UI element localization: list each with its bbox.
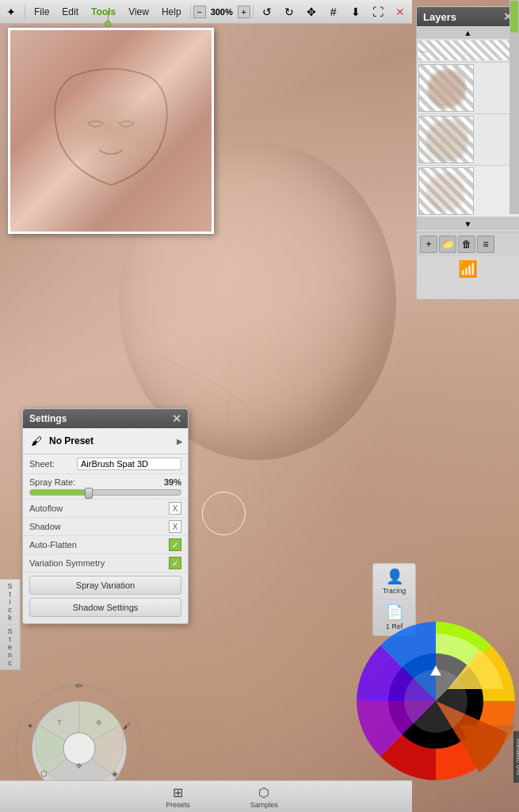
undo-icon[interactable]: ↺ <box>258 2 277 21</box>
color-wheel[interactable] <box>357 622 515 780</box>
color-wheel-svg <box>357 622 515 780</box>
spray-rate-value: 39% <box>164 477 181 487</box>
variation-symmetry-row: Variation Symmetry ✓ <box>23 554 188 573</box>
brush-wheel-svg: ✏ 🖌 ◈ ⬡ ✦ T ⊕ ✥ <box>0 638 158 780</box>
svg-text:◈: ◈ <box>112 769 118 778</box>
auto-flatten-row: Auto-Flatten ✓ <box>23 536 188 554</box>
layer-add-button[interactable]: + <box>420 236 437 253</box>
layers-footer: + 📁 🗑 ≡ <box>417 232 519 256</box>
menu-divider-2 <box>190 5 191 19</box>
layers-scroll-down-button[interactable]: ▼ <box>417 217 519 230</box>
app-icon: ✦ <box>2 2 21 21</box>
wifi-icon: 📶 <box>458 259 478 278</box>
preset-row[interactable]: 🖌 No Preset ▶ <box>23 428 188 454</box>
layers-scrollbar <box>509 0 519 214</box>
zoom-control: − 300% + <box>193 6 250 18</box>
svg-text:✦: ✦ <box>27 722 33 730</box>
autoflow-label: Autoflow <box>29 504 63 513</box>
layer-thumb-2 <box>418 116 474 163</box>
brush-preset-icon: 🖌 <box>28 432 45 450</box>
brush-tool-wheel[interactable]: ✏ 🖌 ◈ ⬡ ✦ T ⊕ ✥ <box>0 638 158 780</box>
layer-item-2[interactable] <box>417 114 519 166</box>
layer-face-2 <box>426 119 469 163</box>
svg-text:✏: ✏ <box>75 680 83 691</box>
svg-point-12 <box>404 669 467 733</box>
layers-wifi-area: 📶 <box>417 256 519 282</box>
menu-help[interactable]: Help <box>155 5 188 19</box>
spray-slider-thumb[interactable] <box>85 488 93 499</box>
autoflow-row: Autoflow X <box>23 500 188 518</box>
settings-title: Settings <box>29 413 67 424</box>
preset-label: No Preset <box>49 435 173 446</box>
shadow-checkbox[interactable]: X <box>169 520 181 533</box>
layer-menu-button[interactable]: ≡ <box>477 236 494 253</box>
svg-text:⊕: ⊕ <box>96 718 102 726</box>
samples-label: Samples <box>250 801 278 809</box>
pan-icon[interactable]: ✥ <box>302 2 321 21</box>
presets-button[interactable]: ⊞ Presets <box>159 783 197 810</box>
spray-rate-slider[interactable] <box>29 489 181 496</box>
layer-face-1 <box>427 69 467 109</box>
menubar: ✦ File Edit Tools View Help − 300% + ↺ ↻… <box>0 0 412 24</box>
menu-file[interactable]: File <box>28 5 55 19</box>
menu-view[interactable]: View <box>122 5 155 19</box>
menu-divider-3 <box>253 5 254 19</box>
shadow-settings-button[interactable]: Shadow Settings <box>29 598 181 617</box>
layer-item-top[interactable]: ... <box>417 39 519 63</box>
tool-cursor-pin <box>105 11 111 27</box>
menu-tools[interactable]: Tools <box>85 5 122 19</box>
menu-divider-1 <box>25 5 25 19</box>
layers-scroll-up-button[interactable]: ▲ <box>417 26 519 39</box>
shadow-row: Shadow X <box>23 518 188 536</box>
auto-flatten-checkbox[interactable]: ✓ <box>169 538 181 551</box>
settings-panel-header: Settings ✕ <box>23 409 188 428</box>
settings-close-button[interactable]: ✕ <box>172 412 181 425</box>
layer-face-3 <box>426 172 465 212</box>
presets-label: Presets <box>166 801 190 809</box>
stencil-tool-button[interactable]: Stenc <box>0 625 20 669</box>
sheet-label: Sheet: <box>29 459 77 469</box>
shadow-label: Shadow <box>29 522 61 531</box>
bottom-toolbar: ⊞ Presets ⬡ Samples <box>0 780 412 812</box>
ref-icon: 📄 <box>386 603 403 621</box>
autoflow-checkbox[interactable]: X <box>169 502 181 515</box>
tracing-label: Tracing <box>383 587 406 595</box>
svg-text:✥: ✥ <box>76 762 82 770</box>
sheet-value[interactable]: AirBrush Spat 3D <box>77 458 181 470</box>
settings-panel: Settings ✕ 🖌 No Preset ▶ Sheet: AirBrush… <box>22 408 189 624</box>
close-icon[interactable]: ✕ <box>391 2 410 21</box>
svg-text:⬡: ⬡ <box>40 769 48 778</box>
layer-thumb-1 <box>418 64 474 112</box>
redo-icon[interactable]: ↻ <box>280 2 299 21</box>
samples-icon: ⬡ <box>258 785 269 800</box>
scrollbar-thumb <box>510 1 518 33</box>
samples-button[interactable]: ⬡ Samples <box>244 783 284 810</box>
tracing-button[interactable]: 👤 Tracing <box>373 564 415 599</box>
brush-cursor <box>202 492 246 535</box>
grid-icon[interactable]: # <box>324 2 343 21</box>
layer-delete-button[interactable]: 🗑 <box>458 236 475 253</box>
metallic-badge: Metallic 0% <box>513 731 519 783</box>
menu-edit[interactable]: Edit <box>55 5 85 19</box>
spray-rate-row: Spray Rate: 39% <box>23 474 188 500</box>
spray-variation-button[interactable]: Spray Variation <box>29 576 181 595</box>
thumbnail-preview <box>8 28 214 234</box>
layer-folder-button[interactable]: 📁 <box>439 236 456 253</box>
export-icon[interactable]: ⬇ <box>346 2 365 21</box>
fullscreen-icon[interactable]: ⛶ <box>368 2 387 21</box>
layers-title: Layers <box>423 11 456 23</box>
svg-point-2 <box>63 733 95 764</box>
sheet-row: Sheet: AirBrush Spat 3D <box>23 454 188 474</box>
layer-item-3[interactable] <box>417 166 519 217</box>
svg-text:🖌: 🖌 <box>123 722 131 730</box>
auto-flatten-label: Auto-Flatten <box>29 540 77 550</box>
stick-tool-button[interactable]: Stick <box>0 580 20 625</box>
zoom-increase-button[interactable]: + <box>238 6 250 18</box>
spray-rate-label-row: Spray Rate: 39% <box>29 477 181 487</box>
thumbnail-image <box>10 30 212 232</box>
variation-symmetry-checkbox[interactable]: ✓ <box>169 557 181 569</box>
variation-symmetry-label: Variation Symmetry <box>29 558 105 568</box>
zoom-decrease-button[interactable]: − <box>193 6 206 18</box>
metallic-label: Metallic 0% <box>515 738 519 775</box>
layer-item-1[interactable] <box>417 63 519 114</box>
